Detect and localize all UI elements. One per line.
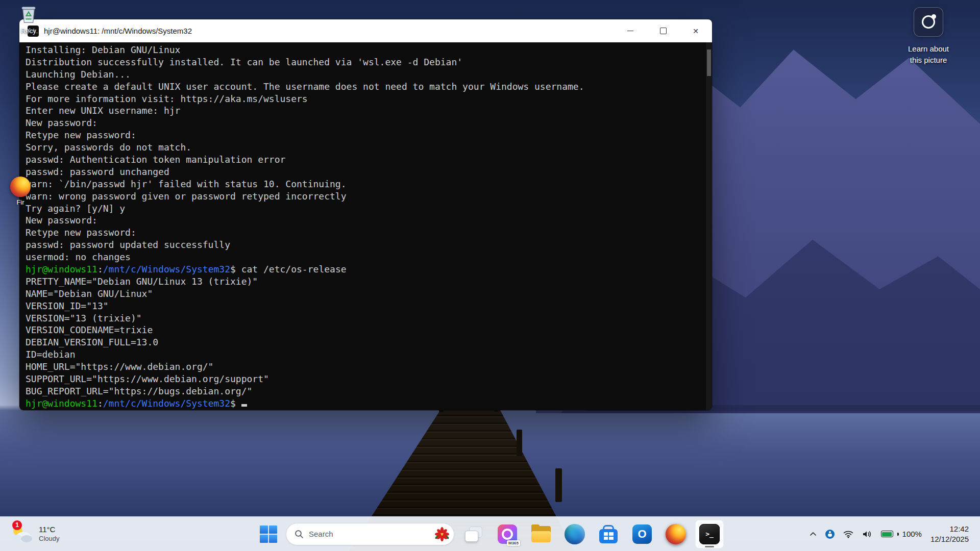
terminal-line: ID=debian	[26, 348, 704, 361]
search-input[interactable]: Search	[286, 523, 454, 545]
windows-logo-icon	[260, 525, 277, 543]
weather-widget-button[interactable]: 1 11°C Cloudy	[9, 517, 59, 551]
terminal-window[interactable]: C:\_ hjr@windows11: /mnt/c/Windows/Syste…	[19, 19, 712, 410]
terminal-line: HOME_URL="https://www.debian.org/"	[26, 361, 704, 373]
battery-indicator[interactable]: 100%	[881, 530, 922, 538]
search-placeholder: Search	[309, 530, 333, 538]
terminal-line: Distribution successfully installed. It …	[26, 56, 704, 68]
search-icon	[295, 530, 304, 539]
desktop-icon-label: Fir	[16, 198, 24, 206]
terminal-icon: >_	[699, 524, 720, 544]
terminal-line: Installing: Debian GNU/Linux	[26, 44, 704, 56]
outlook-icon: O	[632, 524, 652, 544]
desktop-icon-firefox[interactable]: Fir	[0, 177, 45, 206]
window-controls	[614, 19, 712, 42]
clock[interactable]: 12:42 12/12/2025	[930, 524, 969, 544]
m365-badge: M365	[507, 540, 520, 546]
edge-icon	[565, 524, 585, 544]
taskbar-app-outlook[interactable]: O	[628, 520, 656, 548]
weather-temperature: 11°C	[39, 525, 59, 535]
firefox-icon	[666, 524, 686, 544]
taskbar-app-edge[interactable]	[560, 520, 589, 548]
terminal-line: passwd: password updated successfully	[26, 239, 704, 251]
terminal-line: VERSION_CODENAME=trixie	[26, 324, 704, 336]
spotlight-label: Learn about this picture	[908, 43, 949, 66]
poinsettia-icon	[434, 527, 450, 542]
terminal-line: passwd: Authentication token manipulatio…	[26, 154, 704, 166]
taskbar: 1 11°C Cloudy Search	[0, 516, 980, 551]
terminal-line: Try again? [y/N] y	[26, 203, 704, 215]
window-title: hjr@windows11: /mnt/c/Windows/System32	[44, 27, 192, 35]
terminal-scrollbar[interactable]	[706, 42, 712, 410]
notification-badge: 1	[12, 520, 22, 530]
start-button[interactable]	[256, 522, 281, 546]
recycle-bin-icon	[17, 2, 40, 26]
firefox-icon	[10, 177, 31, 197]
taskbar-app-terminal[interactable]: >_	[695, 520, 724, 548]
terminal-line: SUPPORT_URL="https://www.debian.org/supp…	[26, 373, 704, 385]
terminal-line: DEBIAN_VERSION_FULL=13.0	[26, 336, 704, 348]
terminal-line: New password:	[26, 117, 704, 129]
accessibility-icon[interactable]	[825, 530, 835, 539]
close-button[interactable]	[679, 19, 712, 42]
battery-percent: 100%	[902, 530, 922, 538]
taskbar-app-m365-copilot[interactable]: M365	[493, 520, 522, 548]
terminal-output[interactable]: Installing: Debian GNU/LinuxDistribution…	[19, 42, 706, 410]
window-titlebar[interactable]: C:\_ hjr@windows11: /mnt/c/Windows/Syste…	[19, 19, 712, 42]
terminal-line: VERSION="13 (trixie)"	[26, 312, 704, 324]
terminal-line: passwd: password unchanged	[26, 166, 704, 178]
terminal-line: usermod: no changes	[26, 251, 704, 263]
terminal-line: BUG_REPORT_URL="https://bugs.debian.org/…	[26, 385, 704, 397]
taskbar-app-file-explorer[interactable]	[527, 520, 555, 548]
taskbar-app-firefox[interactable]	[662, 520, 690, 548]
taskbar-center: Search	[256, 517, 724, 551]
clock-time: 12:42	[930, 524, 969, 534]
desktop-icon-label: Recy	[21, 27, 36, 35]
terminal-line: Enter new UNIX username: hjr	[26, 105, 704, 117]
terminal-line: warn: `/bin/passwd hjr' failed with stat…	[26, 178, 704, 190]
volume-icon[interactable]	[862, 530, 872, 538]
taskbar-app-microsoft-store[interactable]	[594, 520, 623, 548]
chevron-up-icon[interactable]	[810, 532, 817, 537]
terminal-line: VERSION_ID="13"	[26, 300, 704, 312]
battery-icon	[881, 531, 893, 537]
task-view-icon	[465, 527, 482, 542]
terminal-line: Please create a default UNIX user accoun…	[26, 81, 704, 93]
terminal-line: Retype new password:	[26, 129, 704, 141]
maximize-button[interactable]	[647, 19, 679, 42]
clock-date: 12/12/2025	[930, 534, 969, 544]
file-explorer-icon	[531, 526, 551, 542]
wifi-icon[interactable]	[843, 530, 853, 538]
terminal-line: hjr@windows11:/mnt/c/Windows/System32$	[26, 397, 704, 410]
terminal-cursor	[241, 404, 247, 407]
terminal-line: For more information visit: https://aka.…	[26, 93, 704, 105]
terminal-line: hjr@windows11:/mnt/c/Windows/System32$ c…	[26, 263, 704, 276]
pinned-apps: M365O>_	[459, 520, 724, 548]
spotlight-camera-icon[interactable]	[914, 7, 943, 37]
terminal-line: warn: wrong password given or password r…	[26, 190, 704, 203]
learn-about-picture-widget[interactable]: Learn about this picture	[890, 7, 967, 66]
microsoft-store-icon	[599, 529, 618, 543]
desktop-icon-recycle-bin[interactable]: Recy	[4, 2, 53, 35]
pier-post	[517, 430, 522, 456]
terminal-line: PRETTY_NAME="Debian GNU/Linux 13 (trixie…	[26, 276, 704, 288]
minimize-button[interactable]	[614, 19, 647, 42]
scrollbar-thumb[interactable]	[707, 49, 711, 76]
weather-condition: Cloudy	[39, 535, 59, 543]
terminal-line: Launching Debian...	[26, 68, 704, 81]
terminal-line: New password:	[26, 214, 704, 227]
terminal-line: Sorry, passwords do not match.	[26, 141, 704, 154]
terminal-line: Retype new password:	[26, 227, 704, 239]
taskbar-app-task-view[interactable]	[459, 520, 488, 548]
pier-post	[555, 468, 562, 502]
system-tray: 100% 12:42 12/12/2025	[810, 517, 969, 551]
terminal-line: NAME="Debian GNU/Linux"	[26, 288, 704, 300]
